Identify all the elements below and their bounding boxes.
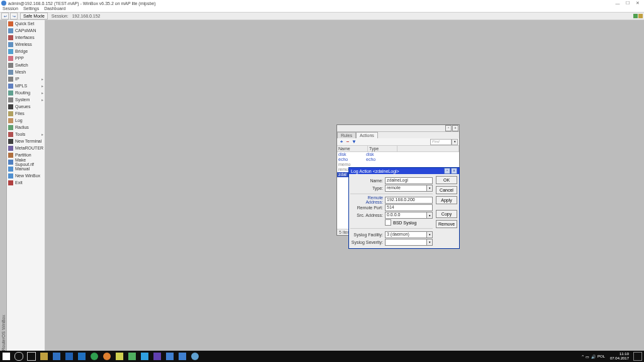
menu-session[interactable]: Session: [3, 6, 18, 12]
cancel-button[interactable]: Cancel: [436, 186, 457, 194]
sidebar-item[interactable]: Wireless: [7, 41, 45, 48]
menu-settings[interactable]: Settings: [23, 6, 39, 12]
search-icon[interactable]: [13, 351, 25, 362]
remote-address-input[interactable]: 192.168.0.200: [385, 197, 433, 204]
menubar: Session Settings Dashboard: [0, 6, 644, 12]
taskbar[interactable]: ^ ▭ 🔊 POL 11:10 07.04.2017: [0, 351, 644, 362]
find-input[interactable]: Find: [430, 139, 452, 145]
facility-dropdown-icon[interactable]: ▾: [427, 231, 433, 238]
sidebar-icon: [8, 167, 13, 172]
sidebar-item[interactable]: CAPsMAN: [7, 27, 45, 34]
sidebar-item[interactable]: Queues: [7, 103, 45, 110]
sidebar-item[interactable]: System▸: [7, 96, 45, 103]
w1-minimize-button[interactable]: ▫: [445, 125, 452, 131]
sidebar-icon: [8, 77, 13, 82]
remove-button[interactable]: −: [345, 139, 351, 145]
taskbar-app[interactable]: [50, 351, 63, 362]
tab-actions[interactable]: Actions: [356, 132, 378, 138]
type-select[interactable]: remote: [385, 185, 427, 192]
find-dropdown[interactable]: ▾: [452, 139, 458, 145]
sidebar-item[interactable]: MPLS▸: [7, 82, 45, 89]
type-dropdown-icon[interactable]: ▾: [427, 185, 433, 192]
sidebar-item[interactable]: Exit: [7, 179, 45, 186]
sidebar-item[interactable]: Log: [7, 117, 45, 124]
bsd-syslog-checkbox[interactable]: [385, 219, 391, 226]
taskbar-app[interactable]: [126, 351, 138, 362]
syslog-facility-select[interactable]: 3 (daemon): [385, 231, 427, 238]
sidebar-icon: [8, 180, 13, 185]
taskbar-app[interactable]: [164, 351, 176, 362]
taskbar-app[interactable]: [113, 351, 126, 362]
severity-dropdown-icon[interactable]: ▾: [427, 239, 433, 246]
sidebar-label: Files: [15, 111, 25, 116]
sidebar-item[interactable]: Quick Set: [7, 20, 45, 27]
tray-up-icon[interactable]: ^: [582, 354, 584, 358]
menu-dashboard[interactable]: Dashboard: [44, 6, 65, 12]
task-view-icon[interactable]: [25, 351, 38, 362]
sidebar-item[interactable]: Radius: [7, 124, 45, 131]
sidebar-icon: [8, 173, 13, 178]
sidebar-item[interactable]: Manual: [7, 165, 45, 172]
taskbar-app[interactable]: [63, 351, 75, 362]
src-address-expand-icon[interactable]: ▴: [427, 212, 433, 219]
taskbar-app[interactable]: [138, 351, 151, 362]
maximize-button[interactable]: ☐: [623, 1, 633, 6]
tray-volume-icon[interactable]: 🔊: [591, 354, 596, 359]
copy-button[interactable]: Copy: [436, 210, 457, 218]
w1-close-button[interactable]: x: [452, 125, 458, 131]
taskbar-app[interactable]: [189, 351, 201, 362]
start-button[interactable]: [0, 351, 13, 362]
sidebar-label: New Terminal: [15, 139, 42, 143]
src-address-input[interactable]: 0.0.0.0: [385, 212, 427, 219]
notification-icon[interactable]: [631, 351, 644, 362]
add-button[interactable]: +: [338, 139, 345, 145]
taskbar-app[interactable]: [176, 351, 189, 362]
tray-lang[interactable]: POL: [597, 354, 605, 358]
sidebar-item[interactable]: Switch: [7, 62, 45, 69]
forward-button[interactable]: ↪: [10, 13, 18, 19]
w2-minimize-button[interactable]: ▫: [444, 168, 450, 174]
taskbar-app[interactable]: [75, 351, 88, 362]
sidebar-item[interactable]: Mesh: [7, 69, 45, 75]
sidebar-item[interactable]: PPP: [7, 55, 45, 62]
sidebar-item[interactable]: Interfaces: [7, 34, 45, 41]
sidebar-item[interactable]: New WinBox: [7, 172, 45, 179]
sidebar-label: PPP: [15, 56, 24, 60]
sidebar-item[interactable]: Bridge: [7, 48, 45, 55]
col-type[interactable]: Type: [368, 146, 397, 151]
syslog-severity-select[interactable]: [385, 239, 427, 246]
status-flags: [633, 14, 643, 18]
list-row[interactable]: diskdisk: [337, 152, 459, 157]
sidebar-item[interactable]: IP▸: [7, 75, 45, 82]
sidebar-item[interactable]: Make Supout.rif: [7, 158, 45, 165]
sidebar-icon: [8, 49, 13, 54]
list-row[interactable]: echoecho: [337, 157, 459, 162]
filter-button[interactable]: ▼: [351, 139, 357, 145]
taskbar-app[interactable]: [151, 351, 164, 362]
label-type: Type:: [350, 186, 385, 190]
sidebar-item[interactable]: Files: [7, 110, 45, 117]
close-button[interactable]: ✕: [633, 1, 643, 6]
clock[interactable]: 11:10 07.04.2017: [608, 352, 631, 361]
col-name[interactable]: Name: [337, 146, 368, 151]
minimize-button[interactable]: —: [613, 1, 623, 6]
sidebar-item[interactable]: Routing▸: [7, 89, 45, 96]
list-row[interactable]: memo: [337, 162, 459, 167]
w2-close-button[interactable]: x: [451, 168, 457, 174]
system-tray[interactable]: ^ ▭ 🔊 POL: [579, 354, 608, 359]
name-input[interactable]: zdalneLogi: [385, 177, 433, 184]
remote-port-input[interactable]: 514: [385, 204, 433, 211]
tray-network-icon[interactable]: ▭: [586, 354, 589, 359]
taskbar-app[interactable]: [38, 351, 50, 362]
sidebar-item[interactable]: New Terminal: [7, 138, 45, 145]
safe-mode-button[interactable]: Safe Mode: [20, 13, 48, 19]
sidebar-item[interactable]: Tools▸: [7, 131, 45, 138]
back-button[interactable]: ↩: [1, 13, 9, 19]
ok-button[interactable]: OK: [436, 176, 457, 184]
remove-btn[interactable]: Remove: [436, 220, 457, 228]
sidebar-item[interactable]: MetaROUTER: [7, 145, 45, 151]
taskbar-app[interactable]: [88, 351, 101, 362]
taskbar-app[interactable]: [101, 351, 113, 362]
tab-rules[interactable]: Rules: [337, 132, 356, 138]
apply-button[interactable]: Apply: [436, 196, 457, 204]
